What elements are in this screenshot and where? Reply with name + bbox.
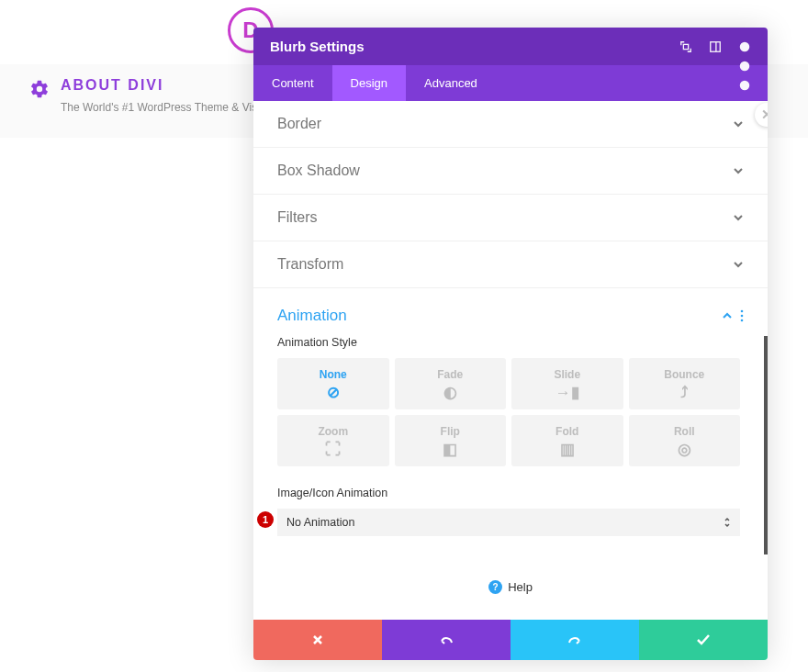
animation-none[interactable]: None ⊘ — [277, 358, 389, 409]
redo-button[interactable] — [511, 620, 639, 660]
settings-panel: Blurb Settings Content Design Advanced ✕… — [253, 28, 768, 660]
panel-title: Blurb Settings — [270, 39, 365, 54]
section-border[interactable]: Border — [253, 101, 768, 148]
chevron-down-icon — [733, 212, 744, 223]
gear-icon — [29, 79, 50, 99]
svg-rect-0 — [683, 44, 688, 49]
save-button[interactable] — [639, 620, 768, 660]
help-link[interactable]: ? Help — [253, 554, 768, 620]
svg-rect-1 — [711, 41, 721, 51]
animation-zoom[interactable]: Zoom ⛶ — [277, 415, 389, 466]
animation-slide[interactable]: Slide →▮ — [511, 358, 623, 409]
section-filters[interactable]: Filters — [253, 195, 768, 241]
kebab-icon[interactable] — [740, 309, 744, 322]
svg-point-3 — [740, 41, 750, 51]
tab-design[interactable]: Design — [332, 65, 406, 101]
animation-fade[interactable]: Fade ◐ — [395, 358, 507, 409]
sidebar-icon[interactable] — [709, 40, 722, 53]
fade-icon: ◐ — [443, 385, 457, 400]
svg-point-5 — [740, 80, 750, 90]
svg-point-8 — [741, 319, 744, 322]
tab-content[interactable]: Content — [253, 65, 332, 101]
discard-button[interactable] — [253, 620, 382, 660]
svg-point-4 — [740, 61, 750, 71]
animation-roll[interactable]: Roll ◎ — [629, 415, 741, 466]
fold-icon: ▥ — [560, 442, 575, 457]
animation-style-label: Animation Style — [277, 336, 740, 349]
roll-icon: ◎ — [678, 442, 691, 457]
help-icon: ? — [488, 580, 502, 594]
image-icon-animation-select[interactable]: No Animation — [277, 509, 740, 536]
chevron-down-icon — [733, 118, 744, 129]
animation-fold[interactable]: Fold ▥ — [511, 415, 623, 466]
image-icon-animation-label: Image/Icon Animation — [277, 487, 740, 499]
animation-bounce[interactable]: Bounce ⤴ — [629, 358, 741, 409]
chevron-down-icon — [733, 259, 744, 270]
zoom-icon: ⛶ — [325, 442, 341, 457]
tabs: Content Design Advanced — [253, 65, 768, 101]
svg-point-6 — [741, 310, 744, 313]
section-transform[interactable]: Transform — [253, 241, 768, 288]
page-headline: ABOUT DIVI — [61, 77, 163, 94]
callout-marker: 1 — [257, 511, 274, 528]
select-chevrons-icon — [724, 517, 731, 528]
chevron-up-icon — [722, 310, 733, 321]
bounce-icon: ⤴ — [680, 385, 689, 400]
undo-button[interactable] — [382, 620, 511, 660]
kebab-icon[interactable] — [738, 40, 751, 53]
slide-icon: →▮ — [556, 385, 579, 400]
chevron-down-icon — [733, 165, 744, 176]
section-animation-header[interactable]: Animation — [253, 288, 768, 336]
svg-point-7 — [741, 315, 744, 318]
expand-icon[interactable] — [679, 40, 692, 53]
animation-flip[interactable]: Flip ◧ — [395, 415, 507, 466]
flip-icon: ◧ — [443, 442, 457, 457]
page-subtitle: The World's #1 WordPress Theme & Visual — [61, 101, 272, 114]
section-box-shadow[interactable]: Box Shadow — [253, 148, 768, 195]
none-icon: ⊘ — [327, 385, 340, 400]
tab-advanced[interactable]: Advanced — [406, 65, 496, 101]
